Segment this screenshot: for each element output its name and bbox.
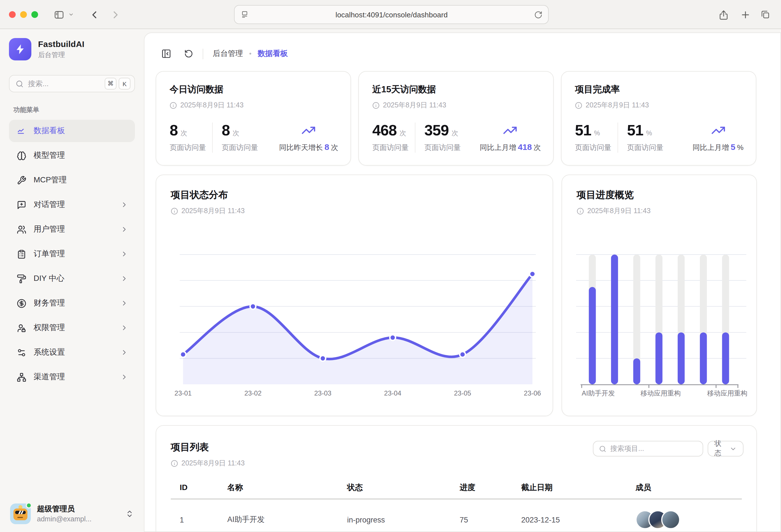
brain-icon: [17, 151, 26, 160]
user-lock-icon: [17, 323, 26, 332]
user-menu[interactable]: 超级管理员 admin@exampl...: [7, 501, 137, 526]
zoom-window-button[interactable]: [31, 11, 38, 18]
stat-card-timestamp: 2025年8月9日 11:43: [575, 101, 742, 110]
trend-text: 同比昨天增长8次: [279, 142, 338, 153]
line-chart-card: 项目状态分布 2025年8月9日 11:43 23-0123-0223-0323…: [156, 175, 553, 416]
trend-indicator: 同比上月增5%: [693, 123, 743, 153]
stat-label: 页面访问量: [222, 143, 264, 153]
trend-text: 同比上月增5%: [693, 142, 743, 153]
info-icon: [575, 102, 582, 109]
column-header-5: 成员: [635, 483, 703, 493]
status-filter-dropdown[interactable]: 状态: [708, 441, 743, 456]
stat-group: 8次页面访问量: [170, 123, 212, 153]
data-point-23-05: [460, 352, 465, 357]
cell-members: [635, 510, 703, 529]
stat-divider: [212, 123, 213, 153]
bar-5: [700, 332, 707, 384]
stat-body: 468次页面访问量359次页面访问量同比上月增418次: [372, 123, 541, 153]
member-avatar: [661, 510, 680, 529]
line-chart-timestamp: 2025年8月9日 11:43: [171, 207, 245, 216]
forward-button-icon[interactable]: [110, 9, 122, 20]
stat-divider: [618, 123, 618, 153]
info-icon: [170, 102, 177, 109]
stat-card-timestamp: 2025年8月9日 11:43: [372, 101, 540, 110]
trending-up-icon: [301, 123, 316, 138]
column-header-1: 名称: [227, 483, 347, 493]
stat-unit: 次: [233, 130, 239, 136]
sidebar-item-label: 系统设置: [34, 347, 120, 357]
sidebar-item-5[interactable]: 订单管理: [9, 243, 135, 265]
stat-body: 8次页面访问量8次页面访问量同比昨天增长8次: [170, 123, 338, 153]
chevrons-up-down-icon[interactable]: [125, 509, 134, 518]
sidebar-item-7[interactable]: 财务管理: [9, 292, 135, 314]
sidebar-item-8[interactable]: 权限管理: [9, 317, 135, 339]
timestamp-text: 2025年8月9日 11:43: [586, 101, 649, 110]
browser-sidebar-toggle-icon[interactable]: [54, 9, 65, 20]
page-header: 后台管理 • 数据看板: [161, 48, 288, 59]
minimize-window-button[interactable]: [20, 11, 27, 18]
column-header-2: 状态: [347, 483, 460, 493]
sidebar-item-label: 数据看板: [34, 126, 128, 136]
table-search-input[interactable]: [610, 445, 697, 452]
stat-value: 8次: [222, 123, 264, 138]
brand-logo: [9, 38, 31, 60]
info-icon: [372, 102, 380, 109]
svg-text:23-02: 23-02: [244, 389, 261, 397]
table-search[interactable]: [593, 441, 703, 456]
sidebar-search-input[interactable]: [28, 80, 102, 88]
message-plus-icon: [17, 200, 26, 210]
sidebar-item-2[interactable]: MCP管理: [9, 169, 135, 191]
data-point-23-01: [181, 352, 185, 357]
column-header-0: ID: [180, 483, 227, 493]
wrench-icon: [17, 175, 26, 185]
sidebar-item-1[interactable]: 模型管理: [9, 144, 135, 167]
lightning-bolt-icon: [14, 43, 26, 55]
breadcrumb-parent[interactable]: 后台管理: [213, 49, 243, 59]
stat-card-title: 项目完成率: [575, 84, 742, 96]
stat-body: 51%页面访问量51%页面访问量同比上月增5%: [575, 123, 743, 153]
page-settings-icon[interactable]: [240, 10, 249, 19]
sidebar-item-label: 用户管理: [34, 224, 120, 234]
browser-toolbar: localhost:4091/console/dashboard: [0, 0, 781, 29]
sidebar-item-10[interactable]: 渠道管理: [9, 366, 135, 388]
bar-0: [589, 287, 596, 384]
sidebar-item-9[interactable]: 系统设置: [9, 341, 135, 364]
info-icon: [577, 208, 584, 215]
collapse-sidebar-icon[interactable]: [161, 49, 171, 59]
main-panel: 后台管理 • 数据看板 今日访问数据2025年8月9日 11:438次页面访问量…: [144, 33, 781, 532]
refresh-icon[interactable]: [184, 49, 193, 58]
breadcrumb-separator: •: [249, 50, 251, 58]
stat-group: 51%页面访问量: [575, 123, 618, 153]
stat-label: 页面访问量: [424, 143, 467, 153]
sidebar-item-3[interactable]: 对话管理: [9, 193, 135, 216]
address-bar[interactable]: localhost:4091/console/dashboard: [234, 5, 549, 24]
back-button-icon[interactable]: [88, 9, 100, 20]
stat-unit: %: [594, 130, 600, 136]
safari-window: localhost:4091/console/dashboard Fastbui…: [0, 0, 781, 532]
sidebar-dropdown-chevron-icon[interactable]: [68, 12, 74, 17]
new-tab-icon[interactable]: [740, 9, 751, 20]
stat-card-title: 今日访问数据: [170, 84, 337, 96]
brand-subtitle: 后台管理: [38, 50, 85, 59]
online-status-dot: [26, 502, 32, 508]
sidebar-item-label: 对话管理: [34, 200, 120, 210]
stat-card-2: 项目完成率2025年8月9日 11:4351%页面访问量51%页面访问量同比上月…: [561, 71, 756, 166]
data-point-23-03: [321, 356, 325, 360]
tab-overview-icon[interactable]: [760, 9, 770, 19]
cell-ID: 1: [180, 516, 227, 524]
brand: FastbuildAI 后台管理: [9, 38, 135, 60]
sidebar-item-0[interactable]: 数据看板: [9, 120, 135, 142]
sidebar-item-6[interactable]: DIY 中心: [9, 267, 135, 290]
table-timestamp: 2025年8月9日 11:43: [171, 459, 245, 468]
breadcrumb-current[interactable]: 数据看板: [257, 49, 288, 59]
reload-page-icon[interactable]: [534, 10, 542, 19]
close-window-button[interactable]: [9, 11, 16, 18]
table-row-0[interactable]: 1AI助手开发in-progress752023-12-15: [171, 499, 742, 532]
cell-进度: 75: [460, 516, 521, 524]
chevron-right-icon: [120, 299, 128, 307]
share-icon[interactable]: [718, 9, 729, 20]
sidebar-search[interactable]: ⌘ K: [9, 75, 135, 92]
user-avatar: [10, 503, 31, 524]
sidebar-item-4[interactable]: 用户管理: [9, 218, 135, 240]
stat-unit: %: [646, 130, 652, 136]
